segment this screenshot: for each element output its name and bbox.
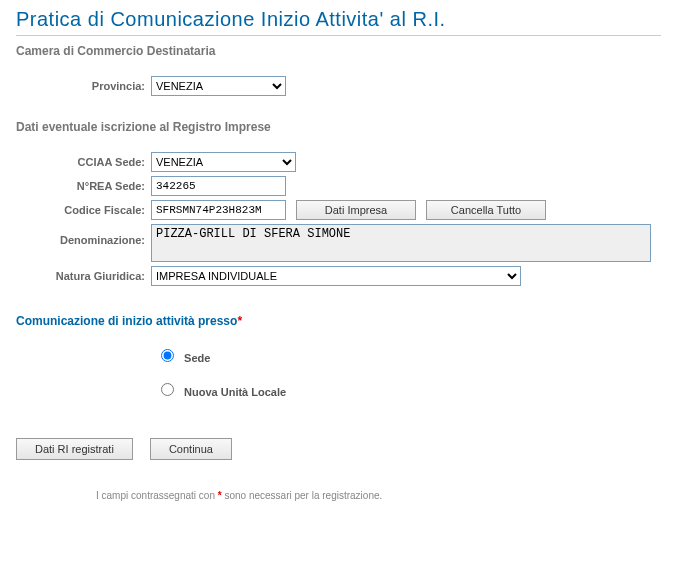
nuova-unita-radio[interactable] bbox=[161, 383, 174, 396]
section-comunicazione-heading: Comunicazione di inizio attività presso* bbox=[16, 314, 661, 328]
footnote-star: * bbox=[218, 490, 222, 501]
provincia-select[interactable]: VENEZIA bbox=[151, 76, 286, 96]
cciaa-sede-label: CCIAA Sede: bbox=[16, 156, 151, 168]
footnote-post: sono necessari per la registrazione. bbox=[224, 490, 382, 501]
nuova-unita-radio-label: Nuova Unità Locale bbox=[184, 386, 286, 398]
required-marker: * bbox=[237, 314, 242, 328]
sede-radio-label: Sede bbox=[184, 352, 210, 364]
page-title: Pratica di Comunicazione Inizio Attivita… bbox=[16, 8, 661, 31]
cciaa-sede-select[interactable]: VENEZIA bbox=[151, 152, 296, 172]
denominazione-textarea[interactable]: PIZZA-GRILL DI SFERA SIMONE bbox=[151, 224, 651, 262]
dati-impresa-button[interactable]: Dati Impresa bbox=[296, 200, 416, 220]
continua-button[interactable]: Continua bbox=[150, 438, 232, 460]
dati-ri-registrati-button[interactable]: Dati RI registrati bbox=[16, 438, 133, 460]
natura-giuridica-select[interactable]: IMPRESA INDIVIDUALE bbox=[151, 266, 521, 286]
provincia-label: Provincia: bbox=[16, 80, 151, 92]
nrea-sede-label: N°REA Sede: bbox=[16, 180, 151, 192]
sede-radio[interactable] bbox=[161, 349, 174, 362]
section-comunicazione-text: Comunicazione di inizio attività presso bbox=[16, 314, 237, 328]
codice-fiscale-input[interactable] bbox=[151, 200, 286, 220]
title-separator bbox=[16, 35, 661, 36]
section-camera-heading: Camera di Commercio Destinataria bbox=[16, 44, 661, 58]
footnote-pre: I campi contrassegnati con bbox=[96, 490, 218, 501]
nrea-sede-input[interactable] bbox=[151, 176, 286, 196]
section-dati-iscrizione-heading: Dati eventuale iscrizione al Registro Im… bbox=[16, 120, 661, 134]
codice-fiscale-label: Codice Fiscale: bbox=[16, 204, 151, 216]
denominazione-label: Denominazione: bbox=[16, 224, 151, 246]
natura-giuridica-label: Natura Giuridica: bbox=[16, 270, 151, 282]
footnote: I campi contrassegnati con * sono necess… bbox=[96, 490, 661, 501]
cancella-tutto-button[interactable]: Cancella Tutto bbox=[426, 200, 546, 220]
